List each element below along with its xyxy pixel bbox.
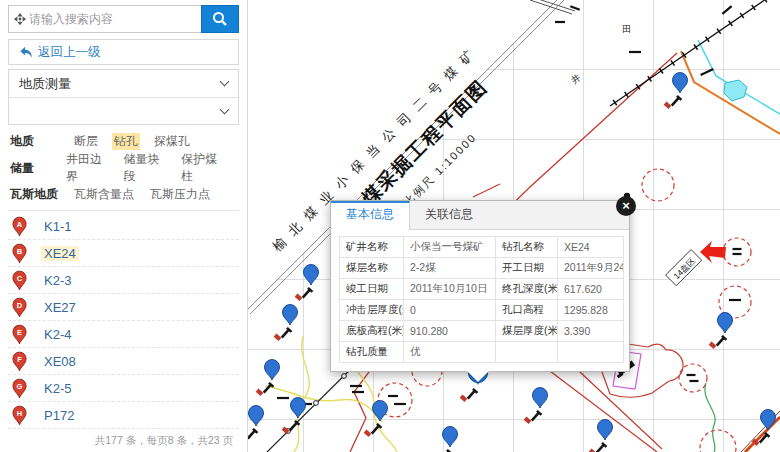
filter-option-探煤孔[interactable]: 探煤孔 <box>152 133 192 150</box>
filter-option-储量块段[interactable]: 储量块段 <box>122 151 168 185</box>
map-pin[interactable] <box>718 313 733 334</box>
select-category-2[interactable] <box>9 97 238 124</box>
field-value: 617.620 <box>558 279 624 300</box>
field-label: 竣工日期 <box>340 279 404 300</box>
filter-option-保护煤柱[interactable]: 保护煤柱 <box>179 151 225 185</box>
search-input[interactable] <box>27 11 197 27</box>
field-label: 煤层厚度(米) <box>496 321 558 342</box>
water-line-cyan <box>698 40 780 114</box>
map-pin[interactable] <box>533 388 548 409</box>
borehole-info-table: 矿井名称小保当一号煤矿钻孔名称XE24煤层名称2-2煤开工日期2011年9月24… <box>339 236 624 363</box>
field-value: 2-2煤 <box>404 258 496 279</box>
list-item-XE27[interactable]: DXE27 <box>8 294 239 321</box>
search-bar <box>8 5 239 33</box>
filter-group-label: 地质 <box>10 133 72 150</box>
list-item-label: K2-3 <box>41 273 74 288</box>
list-item-label: XE27 <box>41 300 79 315</box>
chevron-down-icon <box>220 77 230 87</box>
list-item-label: XE08 <box>41 354 79 369</box>
filter-row: 瓦斯地质瓦斯含量点瓦斯压力点 <box>10 186 237 203</box>
drill-list: AK1-1BXE24CK2-3DXE27EK2-4FXE08GK2-5HP172 <box>8 213 239 429</box>
filter-option-井田边界[interactable]: 井田边界 <box>64 151 110 185</box>
field-value: 2011年10月10日 <box>404 279 496 300</box>
field-label: 钻孔名称 <box>496 237 558 258</box>
list-item-P172[interactable]: HP172 <box>8 402 239 429</box>
svg-text:F: F <box>17 354 22 363</box>
field-value: XE24 <box>558 237 624 258</box>
table-row: 底板高程(米)910.280煤层厚度(米)3.390 <box>340 321 624 342</box>
filter-group-label: 瓦斯地质 <box>10 186 72 203</box>
list-item-XE08[interactable]: FXE08 <box>8 348 239 375</box>
map-pin[interactable] <box>304 265 319 286</box>
map-pin[interactable] <box>249 406 264 427</box>
popup-tab-基本信息[interactable]: 基本信息 <box>331 201 410 230</box>
svg-text:B: B <box>17 246 23 255</box>
water-area <box>724 80 747 101</box>
list-item-K2-4[interactable]: EK2-4 <box>8 321 239 348</box>
field-label: 底板高程(米) <box>340 321 404 342</box>
filter-row: 地质断层钻孔探煤孔 <box>10 133 237 150</box>
svg-text:A: A <box>17 219 23 228</box>
map-pin[interactable] <box>265 360 280 381</box>
table-row: 矿井名称小保当一号煤矿钻孔名称XE24 <box>340 237 624 258</box>
field-label: 钻孔质量 <box>340 342 404 363</box>
list-item-K2-3[interactable]: CK2-3 <box>8 267 239 294</box>
red-pin-icon: B <box>12 243 27 264</box>
table-row: 钻孔质量优 <box>340 342 624 363</box>
back-link[interactable]: 返回上一级 <box>19 44 101 61</box>
map-pin[interactable] <box>761 410 776 431</box>
red-pin-icon: C <box>12 270 27 291</box>
filter-row: 储量井田边界储量块段保护煤柱 <box>10 151 237 185</box>
filter-option-瓦斯含量点[interactable]: 瓦斯含量点 <box>72 186 136 203</box>
red-pin-icon: G <box>12 378 27 399</box>
close-icon[interactable]: × <box>616 196 636 216</box>
filter-option-断层[interactable]: 断层 <box>72 133 100 150</box>
filter-option-钻孔[interactable]: 钻孔 <box>112 133 140 150</box>
map-pin[interactable] <box>283 305 298 326</box>
field-value: 910.280 <box>404 321 496 342</box>
popup-tab-关联信息[interactable]: 关联信息 <box>410 201 488 229</box>
map-pin[interactable] <box>673 73 688 94</box>
list-item-XE24[interactable]: BXE24 <box>8 240 239 267</box>
list-item-label: K2-4 <box>41 327 74 342</box>
field-label: 开工日期 <box>496 258 558 279</box>
filter-option-瓦斯压力点[interactable]: 瓦斯压力点 <box>148 186 212 203</box>
red-pin-icon: E <box>12 324 27 345</box>
popup-caret <box>467 371 489 382</box>
search-icon <box>212 11 228 27</box>
field-label: 终孔深度(米) <box>496 279 558 300</box>
filter-group-label: 储量 <box>10 160 64 177</box>
list-item-K2-5[interactable]: GK2-5 <box>8 375 239 402</box>
list-summary: 共177 条，每页8 条，共23 页 <box>8 429 239 448</box>
field-label: 煤层名称 <box>340 258 404 279</box>
green-contour <box>705 383 715 452</box>
back-panel: 返回上一级 <box>8 39 239 65</box>
red-pin-icon: D <box>12 297 27 318</box>
list-item-label: XE24 <box>41 246 79 261</box>
drill-symbol <box>460 385 479 404</box>
map-pin[interactable] <box>443 427 458 448</box>
list-item-K1-1[interactable]: AK1-1 <box>8 213 239 240</box>
search-button[interactable] <box>201 5 239 33</box>
map-pin[interactable] <box>598 420 613 441</box>
filter-groups: 地质断层钻孔探煤孔储量井田边界储量块段保护煤柱瓦斯地质瓦斯含量点瓦斯压力点 <box>8 125 239 211</box>
popup-tabs: 基本信息关联信息 <box>331 201 629 230</box>
field-label: 冲击层厚度(米) <box>340 300 404 321</box>
map-pin[interactable] <box>291 398 306 419</box>
table-row: 竣工日期2011年10月10日终孔深度(米)617.620 <box>340 279 624 300</box>
red-pin-icon: H <box>12 405 27 426</box>
field-label: 矿井名称 <box>340 237 404 258</box>
list-item-label: P172 <box>41 408 77 423</box>
select-value: 地质测量 <box>19 75 71 93</box>
sidebar: 返回上一级 地质测量 地质断层钻孔探煤孔储量井田边界储量块段保护煤柱瓦斯地质瓦斯… <box>0 0 248 452</box>
field-value: 3.390 <box>558 321 624 342</box>
field-value: 1295.828 <box>558 300 624 321</box>
chevron-down-icon <box>220 104 230 114</box>
svg-text:D: D <box>17 300 23 309</box>
select-category-1[interactable]: 地质测量 <box>9 70 238 97</box>
map-glyph-field: 田 <box>622 24 631 34</box>
move-icon[interactable] <box>13 12 27 26</box>
boundary-fragment <box>473 184 500 197</box>
table-row: 煤层名称2-2煤开工日期2011年9月24日 <box>340 258 624 279</box>
field-value: 小保当一号煤矿 <box>404 237 496 258</box>
